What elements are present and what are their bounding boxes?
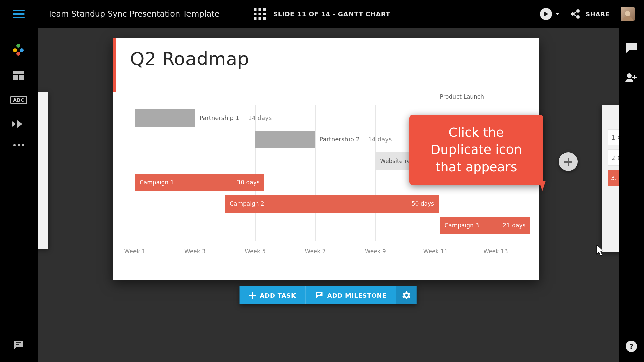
help-icon[interactable]: ? <box>626 341 637 352</box>
text-style-icon[interactable]: ABC <box>10 96 27 104</box>
gantt-bar-inline-label: Campaign 2 <box>225 200 269 207</box>
gantt-gridline <box>375 105 376 241</box>
add-milestone-button[interactable]: ADD MILESTONE <box>306 286 396 304</box>
gantt-gridline <box>255 105 256 241</box>
gantt-bar-campaign-3[interactable]: Campaign 3 21 days <box>440 217 530 234</box>
gantt-bar-label: Partnership 114 days <box>199 114 272 121</box>
document-title[interactable]: Team Standup Sync Presentation Template <box>48 9 219 19</box>
right-sidebar: ? <box>619 28 644 362</box>
svg-rect-18 <box>632 77 637 78</box>
svg-point-6 <box>576 15 580 19</box>
gantt-gridline <box>315 105 316 241</box>
menu-icon[interactable] <box>0 0 38 28</box>
svg-rect-20 <box>249 295 256 296</box>
instruction-callout: Click the Duplicate icon that appears <box>409 115 543 185</box>
milestone-icon <box>315 292 323 299</box>
share-label: SHARE <box>586 11 610 18</box>
add-slide-button[interactable] <box>559 152 578 171</box>
gantt-bar-duration: 30 days <box>232 179 264 186</box>
slide-accent-bar <box>113 38 116 92</box>
more-icon[interactable] <box>13 144 24 146</box>
thumb-row: 3. E <box>608 170 619 186</box>
gantt-bar-duration: 21 days <box>498 222 530 229</box>
slide-navigator[interactable]: SLIDE 11 OF 14 - GANTT CHART <box>254 8 390 20</box>
gear-icon <box>402 291 410 299</box>
svg-line-8 <box>574 15 577 16</box>
top-bar: Team Standup Sync Presentation Template … <box>0 0 644 28</box>
gantt-bar-campaign-2[interactable]: Campaign 2 50 days <box>225 195 439 213</box>
svg-marker-3 <box>544 11 548 17</box>
gantt-bar-inline-label: Campaign 1 <box>135 179 179 186</box>
svg-point-5 <box>571 12 574 16</box>
gantt-x-label: Week 5 <box>245 248 266 255</box>
callout-line: that appears <box>421 159 531 176</box>
next-slide-thumbnail[interactable]: 1 C 2 C 3. E <box>602 105 619 252</box>
gantt-x-label: Week 9 <box>365 248 386 255</box>
add-task-button[interactable]: ADD TASK <box>240 286 306 304</box>
present-button[interactable] <box>540 8 559 20</box>
svg-line-7 <box>574 12 577 13</box>
gantt-bar-partnership-2[interactable] <box>255 131 315 148</box>
gantt-bar-label: Partnership 214 days <box>319 135 392 143</box>
svg-point-16 <box>627 73 632 78</box>
svg-rect-11 <box>19 75 24 80</box>
svg-rect-22 <box>317 294 320 295</box>
svg-rect-9 <box>13 71 24 74</box>
gantt-gridline <box>195 105 195 241</box>
svg-rect-15 <box>16 344 19 345</box>
svg-marker-13 <box>17 120 22 128</box>
gantt-x-label: Week 1 <box>124 248 146 255</box>
gantt-x-label: Week 13 <box>483 248 508 255</box>
gantt-x-label: Week 11 <box>423 248 448 255</box>
thumb-row: 1 C <box>608 129 619 145</box>
add-milestone-label: ADD MILESTONE <box>327 292 387 299</box>
gantt-bar-campaign-1[interactable]: Campaign 1 30 days <box>135 174 264 191</box>
notes-icon[interactable] <box>14 340 24 350</box>
svg-marker-12 <box>12 121 16 127</box>
share-button[interactable]: SHARE <box>570 9 610 19</box>
slide-indicator-label: SLIDE 11 OF 14 - GANTT CHART <box>273 10 390 18</box>
gantt-bar-partnership-1[interactable] <box>135 109 195 127</box>
theme-icon[interactable] <box>13 44 24 55</box>
gantt-x-label: Week 7 <box>305 248 326 255</box>
slide-title[interactable]: Q2 Roadmap <box>130 48 249 69</box>
animation-icon[interactable] <box>12 120 25 128</box>
play-icon <box>540 8 552 20</box>
left-sidebar: ABC <box>0 28 38 362</box>
callout-line: Duplicate icon <box>421 141 531 158</box>
gantt-x-label: Week 3 <box>184 248 206 255</box>
slide-action-bar: ADD TASK ADD MILESTONE <box>240 286 417 304</box>
gantt-bar-inline-label: Campaign 3 <box>440 222 484 229</box>
layout-icon[interactable] <box>13 71 24 80</box>
avatar[interactable] <box>621 7 635 21</box>
prev-slide-thumbnail[interactable] <box>38 92 48 249</box>
slide-canvas: 1 C 2 C 3. E Q2 Roadmap Product Launch W… <box>38 28 619 362</box>
svg-rect-10 <box>13 75 18 80</box>
comments-icon[interactable] <box>626 43 637 54</box>
callout-line: Click the <box>421 124 531 141</box>
share-icon <box>570 9 580 19</box>
slide-grid-icon[interactable] <box>254 8 266 20</box>
milestone-label[interactable]: Product Launch <box>440 93 484 100</box>
chevron-down-icon[interactable] <box>555 13 559 15</box>
plus-icon <box>249 292 256 299</box>
settings-button[interactable] <box>396 286 416 304</box>
add-collaborator-icon[interactable] <box>625 73 637 84</box>
svg-rect-14 <box>16 342 21 343</box>
thumb-row: 2 C <box>608 149 619 166</box>
svg-rect-21 <box>317 293 321 294</box>
add-task-label: ADD TASK <box>260 292 296 299</box>
svg-point-4 <box>576 9 580 13</box>
gantt-bar-duration: 50 days <box>407 200 439 207</box>
